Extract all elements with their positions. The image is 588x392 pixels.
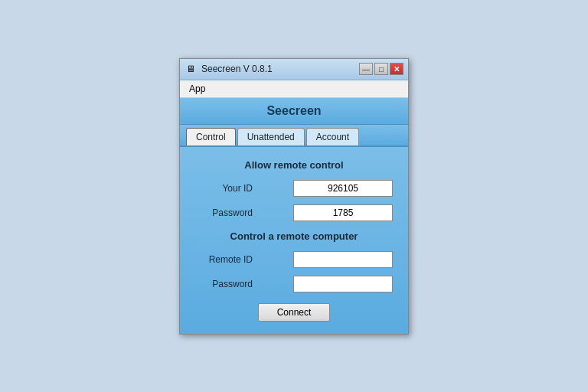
your-id-input[interactable]	[293, 180, 393, 197]
maximize-button[interactable]: □	[374, 63, 388, 75]
allow-remote-title: Allow remote control	[195, 159, 393, 171]
remote-id-row: Remote ID	[195, 251, 393, 268]
tab-control[interactable]: Control	[186, 128, 236, 145]
title-bar-left: 🖥 Seecreen V 0.8.1	[185, 63, 273, 75]
minimize-button[interactable]: —	[359, 63, 373, 75]
your-id-label: Your ID	[195, 183, 253, 194]
content-area: Allow remote control Your ID Password Co…	[180, 147, 408, 334]
app-icon: 🖥	[185, 63, 197, 75]
menu-bar: App	[180, 80, 408, 98]
close-button[interactable]: ✕	[390, 63, 403, 75]
title-buttons: — □ ✕	[359, 63, 403, 75]
control-password-label: Password	[195, 279, 253, 289]
allow-password-label: Password	[195, 207, 253, 218]
tab-account[interactable]: Account	[306, 128, 359, 145]
allow-password-input[interactable]	[293, 204, 393, 221]
tab-unattended[interactable]: Unattended	[237, 128, 305, 145]
connect-row: Connect	[195, 303, 393, 322]
your-id-row: Your ID	[195, 180, 393, 197]
control-password-input[interactable]	[293, 276, 393, 292]
app-title: Seecreen	[266, 104, 321, 117]
allow-password-row: Password	[195, 204, 393, 221]
connect-button[interactable]: Connect	[258, 303, 331, 322]
app-header: Seecreen	[180, 98, 408, 125]
control-remote-title: Control a remote computer	[195, 230, 393, 242]
window-title: Seecreen V 0.8.1	[201, 64, 273, 74]
main-window: 🖥 Seecreen V 0.8.1 — □ ✕ App Seecreen Co…	[179, 58, 409, 335]
remote-id-label: Remote ID	[195, 254, 253, 265]
menu-item-app[interactable]: App	[185, 82, 210, 96]
title-bar: 🖥 Seecreen V 0.8.1 — □ ✕	[180, 59, 408, 80]
control-password-row: Password	[195, 276, 393, 292]
tab-bar: Control Unattended Account	[180, 125, 408, 147]
remote-id-input[interactable]	[293, 251, 393, 268]
